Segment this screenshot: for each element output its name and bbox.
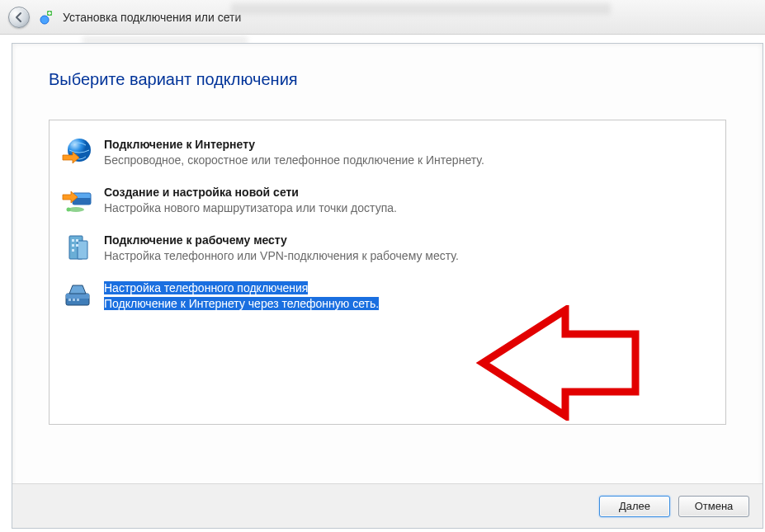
wizard-window: Установка подключения или сети Выберите … <box>0 0 765 532</box>
svg-rect-10 <box>72 239 74 242</box>
globe-arrow-icon <box>61 135 94 168</box>
option-desc: Беспроводное, скоростное или телефонное … <box>104 153 484 168</box>
svg-rect-17 <box>68 299 71 301</box>
svg-rect-11 <box>76 239 78 242</box>
back-button[interactable] <box>8 7 30 28</box>
svg-rect-12 <box>72 244 74 247</box>
next-button[interactable]: Далее <box>599 496 670 517</box>
option-dialup-setup[interactable]: Настройка телефонного подключения Подклю… <box>50 272 725 320</box>
dialup-modem-icon <box>61 279 94 312</box>
button-bar: Далее Отмена <box>12 483 763 528</box>
back-arrow-icon <box>13 12 25 23</box>
svg-point-7 <box>67 208 71 212</box>
option-connect-internet[interactable]: Подключение к Интернету Беспроводное, ск… <box>50 129 725 177</box>
router-icon <box>61 183 94 216</box>
svg-rect-14 <box>72 249 74 252</box>
option-title: Подключение к рабочему месту <box>104 233 459 248</box>
svg-rect-9 <box>78 241 87 259</box>
option-connect-workplace[interactable]: Подключение к рабочему месту Настройка т… <box>50 224 725 272</box>
cancel-button[interactable]: Отмена <box>678 496 749 517</box>
options-panel: Подключение к Интернету Беспроводное, ск… <box>49 120 726 425</box>
wizard-body: Выберите вариант подключения <box>12 43 763 529</box>
option-title: Подключение к Интернету <box>104 137 484 153</box>
option-desc: Подключение к Интернету через телефонную… <box>104 297 379 310</box>
option-desc: Настройка телефонного или VPN-подключени… <box>104 248 459 264</box>
svg-rect-13 <box>76 244 78 247</box>
svg-rect-16 <box>66 294 89 299</box>
option-title: Настройка телефонного подключения <box>104 281 308 294</box>
svg-rect-19 <box>77 299 79 301</box>
svg-rect-18 <box>73 299 75 301</box>
option-desc: Настройка нового маршрутизатора или точк… <box>104 200 397 216</box>
network-setup-icon <box>38 9 54 26</box>
option-setup-network[interactable]: Создание и настройка новой сети Настройк… <box>50 177 725 224</box>
page-heading: Выберите вариант подключения <box>12 44 763 89</box>
window-title: Установка подключения или сети <box>63 11 241 24</box>
obscured-text <box>231 3 611 15</box>
building-icon <box>61 231 94 264</box>
option-title: Создание и настройка новой сети <box>104 185 397 200</box>
